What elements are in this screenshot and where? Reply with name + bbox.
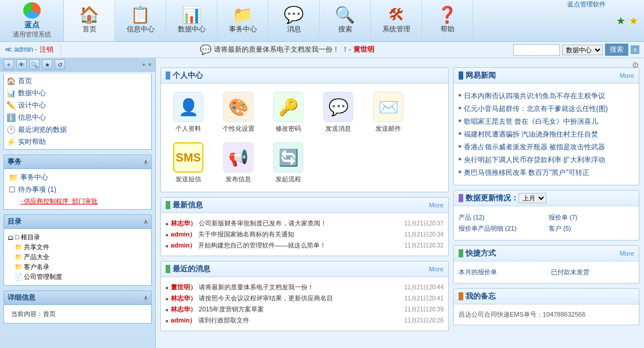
sidebar-item-recent[interactable]: 🕐 最近浏览的数据: [4, 124, 151, 136]
icon-start-flow[interactable]: 🔄 发起流程: [268, 142, 309, 184]
affairs-task-link[interactable]: · 供应商控制程序_部门审批: [11, 197, 107, 205]
data-link-customer[interactable]: 客户 (5): [549, 225, 571, 232]
nav-item-help[interactable]: ❓ 帮助: [422, 0, 473, 41]
sidebar-item-info[interactable]: ℹ️ 信息中心: [4, 112, 151, 124]
nav-item-task[interactable]: 📁 事务中心: [217, 0, 269, 41]
affairs-body: 📁 事务中心 ☐ 待办事项 (1) · 供应商控制程序_部门审批: [3, 169, 152, 210]
news-link-2[interactable]: 亿元小音马超群传：北京有干爹就这么任性(图): [464, 103, 608, 114]
sidebar-item-help[interactable]: ⚡ 实时帮助: [4, 136, 151, 148]
data-period-select[interactable]: 上月 本月 本年: [518, 193, 546, 203]
nav-item-home[interactable]: 🏠 首页: [64, 0, 115, 41]
memo-header: 我的备忘: [454, 289, 639, 304]
sidebar-item-datacenter[interactable]: 📊 数据中心: [4, 87, 151, 99]
dir-shared-item[interactable]: 📁 共享文件: [15, 242, 148, 252]
sidebar-star-btn[interactable]: ★: [42, 59, 52, 70]
sidebar-collapse-icon[interactable]: ×: [148, 61, 152, 68]
affairs-center-item[interactable]: 📁 事务中心: [6, 171, 149, 184]
nav-items: 🏠 首页 📋 信息中心 📊 数据中心 📁 事务中心 💬 消息 🔍 搜索 🛠 系统…: [64, 0, 566, 41]
icon-profile[interactable]: 👤 个人资料: [168, 92, 209, 133]
affairs-toggle-icon: ∧: [144, 159, 148, 165]
latest-info-more[interactable]: More: [429, 202, 443, 209]
news-link-4[interactable]: 福建村民遭遇骗拆 汽油浇身拖住村主任自焚: [464, 129, 598, 139]
dir-policy: 📄 公司管理制度: [8, 272, 148, 282]
nav-item-data[interactable]: 📊 数据中心: [166, 0, 217, 41]
home-nav-icon: 🏠: [79, 7, 99, 23]
sidebar-search-btn[interactable]: 🔍: [29, 59, 40, 70]
detail-header[interactable]: 详细信息 ∧: [3, 290, 152, 305]
news-link-1[interactable]: 日本内阁否认四项共识:钓鱼岛不存在主权争议: [464, 91, 605, 101]
personal-center-header: 个人中心: [161, 68, 448, 84]
icon-change-password[interactable]: 🔑 修改密码: [268, 92, 309, 133]
search-nav-label: 搜索: [338, 24, 352, 34]
quick-link-paid-unshipped[interactable]: 已付款未发货: [551, 267, 634, 277]
affairs-title: 事务: [8, 157, 22, 167]
personal-center-panel: 个人中心 👤 个人资料 🎨 个性化设置: [160, 67, 449, 192]
nav-item-sys[interactable]: 🛠 系统管理: [371, 0, 422, 41]
data-link-quote[interactable]: 报价单 (7): [549, 214, 578, 221]
star-green-icon[interactable]: ★: [616, 15, 625, 27]
info-text-3: 开始构建您自己的管理软件——就这么简单！: [198, 241, 326, 250]
news-link-7[interactable]: 奥巴马强推移民改革 数百万"黑户"可转正: [464, 167, 589, 178]
dir-products-item[interactable]: 📁 产品大全: [15, 252, 148, 262]
sidebar-help-label: 实时帮助: [18, 137, 46, 147]
dir-products-icon: 📁: [15, 253, 23, 261]
search-button[interactable]: 搜索: [605, 44, 628, 56]
sidebar-view-btn[interactable]: 👁: [16, 59, 27, 70]
icon-publish[interactable]: 📢 发布信息: [218, 142, 259, 184]
username-label: admin: [14, 45, 33, 53]
news-link-3[interactable]: 歌唱家王昆去世 曾在《白毛女》中扮演喜儿: [464, 116, 598, 127]
sidebar-datacenter-label: 数据中心: [18, 88, 46, 98]
profile-icon-box: 👤: [173, 92, 203, 122]
news-link-6[interactable]: 央行明起下调人民币存贷款利率 扩大利率浮动: [464, 155, 605, 165]
affairs-todo-item[interactable]: ☐ 待办事项 (1): [6, 184, 149, 196]
icon-send-message[interactable]: 💬 发送消息: [318, 92, 359, 133]
info-item-3: admin） 开始构建您自己的管理软件——就这么简单！ 11月21日20:32: [166, 240, 443, 251]
dir-header[interactable]: 目录 ∧: [3, 214, 152, 229]
news-more[interactable]: More: [620, 72, 634, 79]
dir-products: 📁 产品大全: [8, 252, 148, 262]
msg-item-3: 林志华） 2015年度营销方案草案 11月21日20:39: [166, 304, 443, 315]
dir-policy-icon: 📄: [15, 273, 23, 281]
search-category-select[interactable]: 数据中心 信息中心 全部: [562, 45, 603, 55]
affairs-task-item: · 供应商控制程序_部门审批: [6, 196, 149, 207]
icon-personalize[interactable]: 🎨 个性化设置: [218, 92, 259, 133]
data-link-product[interactable]: 产品 (12): [459, 214, 485, 221]
dir-title: 目录: [8, 217, 22, 227]
sidebar-item-design[interactable]: ✏️ 设计中心: [4, 99, 151, 112]
icon-send-email[interactable]: ✉️ 发送邮件: [368, 92, 409, 133]
star-yellow-icon[interactable]: ★: [629, 15, 638, 27]
dir-policy-item[interactable]: 📄 公司管理制度: [15, 272, 148, 282]
data-link-quote-detail[interactable]: 报价单产品明细 (21): [459, 225, 517, 232]
msg-item-4: admin） 请到行政部取文件 11月21日20:26: [166, 315, 443, 326]
shortcuts-more[interactable]: More: [620, 250, 634, 257]
home-nav-label: 首页: [83, 24, 96, 34]
settings-gear-icon[interactable]: ⚙: [632, 60, 639, 70]
dir-root[interactable]: 🗂 □ 根目录: [8, 232, 148, 242]
personal-indicator: [166, 71, 170, 80]
news-link-5[interactable]: 香港占领示威者派发开瓶器 被指是攻击性武器: [464, 142, 605, 152]
sidebar-item-home[interactable]: 🏠 首页: [4, 75, 151, 87]
sidebar-refresh-btn[interactable]: ↺: [55, 59, 65, 70]
latest-msg-header: 最近的消息 More: [161, 261, 448, 277]
info-author-3: admin）: [171, 241, 196, 250]
info-author-2: admin）: [171, 230, 196, 239]
collapse-button[interactable]: ∧: [631, 45, 639, 54]
info-nav-icon: 📋: [130, 7, 151, 23]
help-nav-label: 帮助: [441, 24, 455, 34]
info-icon: ℹ️: [6, 113, 16, 122]
logout-link[interactable]: 注销: [40, 45, 53, 53]
latest-msg-more[interactable]: More: [429, 266, 443, 272]
quick-link-monthly-quote[interactable]: 本月的报价单: [459, 267, 542, 277]
search-input[interactable]: [513, 44, 560, 56]
nav-item-search[interactable]: 🔍 搜索: [320, 0, 371, 41]
nav-item-info[interactable]: 📋 信息中心: [115, 0, 166, 41]
msg-author-3: 林志华）: [171, 305, 196, 314]
sidebar-expand-icon[interactable]: +: [142, 61, 145, 68]
affairs-header[interactable]: 事务 ∧: [3, 155, 152, 169]
icon-send-sms[interactable]: SMS 发送短信: [168, 142, 209, 184]
msg-time-1: 11月21日20:44: [405, 284, 443, 292]
nav-item-message[interactable]: 💬 消息: [269, 0, 320, 41]
sidebar-add-btn[interactable]: +: [3, 59, 14, 70]
quick-grid: 本月的报价单 已付款未发货: [459, 265, 634, 279]
dir-customers-item[interactable]: 📁 客户名录: [15, 262, 148, 272]
